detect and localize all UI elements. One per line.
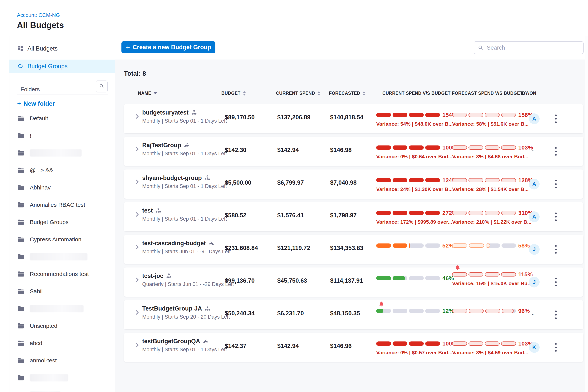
column-header-forecasted[interactable]: FORECASTED bbox=[329, 91, 366, 96]
budget-group-row[interactable]: testBudgetGroupQAMonthly | Starts Sep 01… bbox=[124, 333, 583, 362]
expand-chevron-icon[interactable] bbox=[134, 211, 140, 218]
bar-segment bbox=[501, 342, 516, 346]
folder-item-redacted[interactable] bbox=[17, 374, 68, 382]
redacted-folder-label bbox=[30, 253, 88, 260]
bar-segment bbox=[425, 211, 440, 215]
budget-group-name[interactable]: TestBudgetGroup-JA bbox=[142, 305, 210, 312]
expand-chevron-icon[interactable] bbox=[134, 309, 140, 316]
budget-group-row[interactable]: shyam-budget-groupMonthly | Starts Sep 0… bbox=[124, 170, 583, 199]
sidebar-folder-recommendations-test[interactable]: Recommendations test bbox=[17, 270, 89, 278]
folders-divider bbox=[17, 94, 108, 95]
hierarchy-icon bbox=[203, 338, 208, 344]
sidebar-folder-sahil[interactable]: Sahil bbox=[17, 287, 43, 296]
folder-item-redacted[interactable] bbox=[17, 304, 84, 313]
budget-group-row[interactable]: test-cascading-budgetMonthly | Starts Ju… bbox=[124, 235, 583, 264]
bar-segment bbox=[376, 113, 391, 117]
folder-label: Budget Groups bbox=[30, 219, 68, 226]
hierarchy-icon bbox=[166, 273, 172, 279]
expand-chevron-icon[interactable] bbox=[134, 342, 140, 348]
row-menu-button[interactable] bbox=[555, 277, 557, 287]
bar-segment bbox=[392, 113, 407, 117]
sidebar-folder-abcd[interactable]: abcd bbox=[17, 339, 42, 348]
bar-segment bbox=[485, 342, 500, 346]
row-menu-button[interactable] bbox=[555, 342, 557, 352]
budget-group-row[interactable]: budgetsuryatestMonthly | Starts Sep 01 -… bbox=[124, 104, 583, 133]
budget-amount: $5,500.00 bbox=[225, 179, 251, 186]
bar-segment bbox=[501, 272, 516, 276]
row-menu-button[interactable] bbox=[555, 310, 557, 320]
row-menu-button[interactable] bbox=[555, 212, 557, 222]
expand-chevron-icon[interactable] bbox=[134, 113, 140, 120]
budget-group-name[interactable]: test bbox=[142, 207, 161, 214]
new-folder-button[interactable]: + New folder bbox=[17, 100, 55, 108]
folder-icon bbox=[17, 184, 25, 192]
forecasted-amount: $7,040.98 bbox=[330, 179, 357, 186]
folder-item-redacted[interactable] bbox=[17, 252, 88, 261]
search-input[interactable] bbox=[486, 44, 572, 51]
expand-chevron-icon[interactable] bbox=[134, 178, 140, 185]
sidebar-folder-default[interactable]: Default bbox=[17, 114, 48, 122]
bar-segment bbox=[501, 211, 516, 215]
spend-vs-budget-bar bbox=[376, 178, 440, 182]
budget-period: Monthly | Starts Sep 01 - 1 Days Left bbox=[142, 151, 227, 156]
budget-group-name[interactable]: budgetsuryatest bbox=[142, 109, 197, 116]
budget-group-name[interactable]: test-joe bbox=[142, 272, 172, 280]
bar-segment bbox=[392, 146, 407, 150]
budget-group-row[interactable]: TestBudgetGroup-JAMonthly | Starts Sep 2… bbox=[124, 300, 583, 329]
budget-group-row[interactable]: RajTestGroupMonthly | Starts Sep 01 - 1 … bbox=[124, 137, 583, 166]
row-menu-button[interactable] bbox=[555, 114, 557, 124]
bar-segment bbox=[376, 244, 391, 248]
page-header: Account: CCM-NG All Budgets bbox=[0, 0, 588, 36]
bar-segment bbox=[409, 342, 424, 346]
budget-group-name[interactable]: RajTestGroup bbox=[142, 142, 190, 149]
forecast-vs-budget-percent: 96% bbox=[518, 308, 530, 314]
folder-search-button[interactable] bbox=[96, 80, 108, 92]
expand-chevron-icon[interactable] bbox=[134, 146, 140, 152]
sidebar-item-budget-groups[interactable]: Budget Groups bbox=[10, 60, 115, 73]
row-menu-button[interactable] bbox=[555, 179, 557, 189]
expand-chevron-icon[interactable] bbox=[134, 244, 140, 250]
bar-segment bbox=[468, 113, 483, 117]
sidebar-folder-anmol-test[interactable]: anmol-test bbox=[17, 356, 57, 365]
column-header-label: CURRENT SPEND V/S BUDGET bbox=[382, 91, 450, 96]
breadcrumb-account-link[interactable]: Account: CCM-NG bbox=[17, 12, 60, 18]
column-header-budget[interactable]: BUDGET bbox=[221, 91, 246, 96]
sidebar-folder-unscripted[interactable]: Unscripted bbox=[17, 322, 57, 330]
sidebar-folder--[interactable]: @ . > && bbox=[17, 166, 53, 174]
row-menu-button[interactable] bbox=[555, 244, 557, 254]
bar-segment bbox=[425, 244, 440, 248]
row-menu-button[interactable] bbox=[555, 146, 557, 156]
column-header-current-spend[interactable]: CURRENT SPEND bbox=[276, 91, 320, 96]
sidebar-folder-cypress-automation[interactable]: Cypress Automation bbox=[17, 235, 81, 244]
avatar: J bbox=[529, 244, 540, 255]
forecast-variance-text: Variance: 58% | $51.6K over B... bbox=[452, 121, 528, 127]
column-header-name[interactable]: NAME bbox=[138, 91, 157, 96]
bar-segment bbox=[376, 276, 391, 280]
create-budget-group-button[interactable]: + Create a new Budget Group bbox=[122, 41, 216, 53]
budget-group-name[interactable]: shyam-budget-group bbox=[142, 174, 210, 182]
scrollbar-track[interactable] bbox=[585, 36, 588, 392]
sidebar-folder-budget-groups[interactable]: Budget Groups bbox=[17, 218, 68, 226]
bar-segment bbox=[409, 146, 424, 150]
sidebar-folder-anomalies-rbac-test[interactable]: Anomalies RBAC test bbox=[17, 200, 85, 209]
sidebar-folder-abhinav[interactable]: Abhinav bbox=[17, 183, 50, 192]
folder-icon bbox=[17, 288, 25, 295]
expand-chevron-icon[interactable] bbox=[134, 276, 140, 283]
folder-item-redacted[interactable] bbox=[17, 149, 82, 157]
budget-group-name[interactable]: testBudgetGroupQA bbox=[142, 338, 208, 345]
avatar: K bbox=[529, 342, 540, 353]
current-spend-amount: $6,231.70 bbox=[277, 310, 304, 317]
sidebar-folder--[interactable]: ! bbox=[17, 132, 31, 140]
budget-group-name-label: shyam-budget-group bbox=[142, 174, 202, 182]
forecast-vs-budget-bar bbox=[452, 342, 516, 346]
budget-group-row[interactable]: testMonthly | Starts Sep 01 - 1 Days Lef… bbox=[124, 202, 583, 231]
budget-group-row[interactable]: test-joeQuarterly | Starts Jun 01 - -29 … bbox=[124, 268, 583, 297]
folder-item-redacted[interactable] bbox=[17, 391, 60, 392]
current-variance-text: Variance: 54% | $48.0K over B... bbox=[376, 121, 453, 127]
bar-segment bbox=[485, 178, 500, 182]
sidebar-item-all-budgets[interactable]: All Budgets bbox=[10, 42, 115, 55]
bar-segment bbox=[376, 309, 391, 313]
bar-segment bbox=[409, 211, 424, 215]
forecasted-amount: $140,818.54 bbox=[330, 114, 363, 121]
budget-group-name[interactable]: test-cascading-budget bbox=[142, 240, 214, 247]
